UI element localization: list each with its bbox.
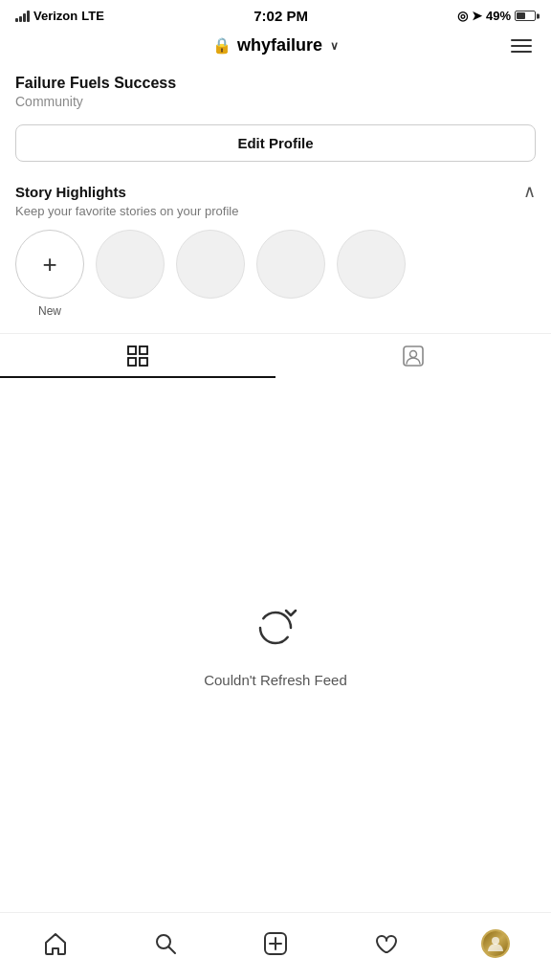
status-right: ◎ ➤ 49% — [457, 9, 536, 23]
story-highlights-section: Story Highlights ∧ Keep your favorite st… — [0, 169, 551, 333]
highlight-new-label: New — [38, 304, 61, 318]
nav-profile[interactable] — [474, 923, 517, 965]
nav-activity[interactable] — [364, 923, 407, 965]
carrier-label: Verizon — [33, 9, 77, 23]
svg-point-11 — [492, 937, 499, 945]
highlight-item-2 — [176, 230, 245, 318]
edit-profile-button[interactable]: Edit Profile — [15, 124, 536, 162]
lock-icon: 🔒 — [212, 36, 231, 55]
hamburger-line-1 — [511, 39, 532, 41]
highlight-item-1 — [96, 230, 165, 318]
highlights-title: Story Highlights — [15, 184, 126, 200]
highlight-circle-4 — [337, 230, 406, 299]
error-text: Couldn't Refresh Feed — [204, 672, 347, 688]
svg-rect-0 — [128, 346, 136, 354]
refresh-icon-wrap — [251, 603, 300, 657]
time-label: 7:02 PM — [253, 8, 308, 24]
add-icon — [263, 931, 288, 956]
profile-category: Community — [15, 94, 536, 109]
avatar — [481, 929, 510, 958]
highlight-circle-3 — [256, 230, 325, 299]
tab-tagged[interactable] — [276, 334, 551, 378]
highlights-list: + New — [15, 230, 536, 333]
svg-point-5 — [410, 351, 417, 358]
highlights-header: Story Highlights ∧ — [15, 181, 536, 202]
username-label: whyfailure — [237, 35, 322, 56]
highlight-new-item[interactable]: + New — [15, 230, 84, 318]
profile-tabs — [0, 333, 551, 378]
chevron-down-icon: ∨ — [330, 39, 339, 53]
nav-add[interactable] — [254, 923, 297, 965]
highlight-circle-1 — [96, 230, 165, 299]
profile-name: Failure Fuels Success — [15, 75, 536, 92]
svg-line-7 — [168, 947, 175, 954]
signal-bars — [15, 11, 30, 22]
svg-rect-3 — [140, 358, 147, 366]
svg-rect-2 — [128, 358, 136, 366]
highlight-item-3 — [256, 230, 325, 318]
hamburger-line-2 — [511, 45, 532, 47]
highlight-circle-2 — [176, 230, 245, 299]
battery-percent: 49% — [486, 9, 511, 23]
bottom-nav — [0, 912, 551, 980]
svg-rect-1 — [140, 346, 147, 354]
tab-grid[interactable] — [0, 334, 276, 378]
nav-search[interactable] — [144, 923, 187, 965]
status-bar: Verizon LTE 7:02 PM ◎ ➤ 49% — [0, 0, 551, 28]
grid-icon — [127, 345, 148, 367]
location-icon: ◎ ➤ — [457, 9, 482, 23]
battery-icon — [515, 11, 536, 21]
status-left: Verizon LTE — [15, 9, 104, 23]
search-icon — [153, 931, 178, 956]
nav-home[interactable] — [34, 923, 77, 965]
heart-icon — [373, 931, 398, 956]
refresh-icon — [251, 603, 300, 653]
plus-icon: + — [42, 250, 56, 279]
profile-info: Failure Fuels Success Community — [0, 63, 551, 117]
tagged-icon — [403, 345, 424, 367]
highlights-subtitle: Keep your favorite stories on your profi… — [15, 204, 536, 218]
content-area: Couldn't Refresh Feed — [0, 378, 551, 912]
highlight-new-circle[interactable]: + — [15, 230, 84, 299]
header: 🔒 whyfailure ∨ — [0, 28, 551, 63]
username-display[interactable]: 🔒 whyfailure ∨ — [212, 35, 339, 56]
highlight-item-4 — [337, 230, 406, 318]
hamburger-button[interactable] — [507, 35, 536, 56]
home-icon — [43, 931, 68, 956]
hamburger-line-3 — [511, 51, 532, 53]
highlights-collapse-icon[interactable]: ∧ — [523, 181, 536, 202]
avatar-image — [483, 931, 508, 956]
network-label: LTE — [81, 9, 104, 23]
